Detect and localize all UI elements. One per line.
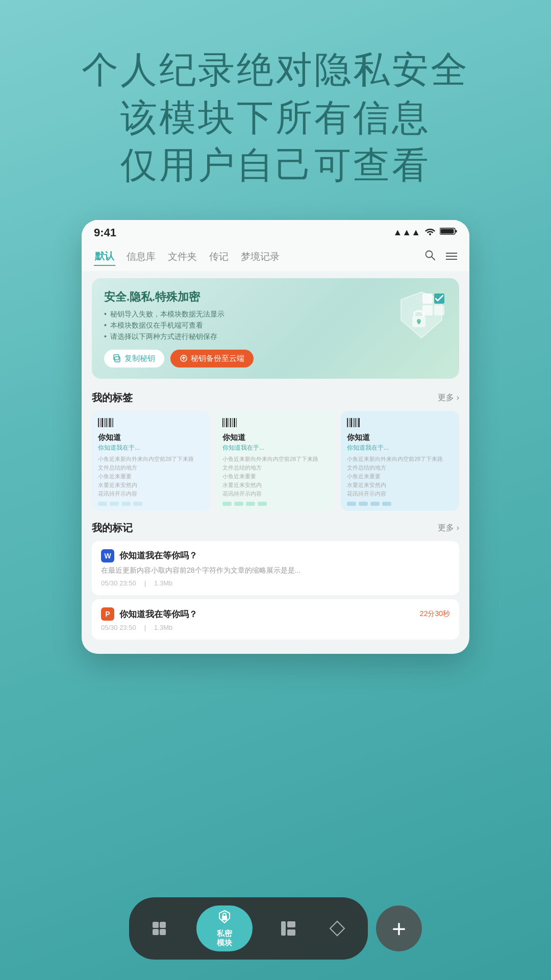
svg-rect-49 (287, 929, 295, 936)
svg-rect-47 (281, 921, 286, 936)
svg-rect-2 (456, 230, 457, 233)
svg-rect-37 (350, 418, 352, 427)
svg-rect-17 (418, 321, 420, 324)
notes-section-title: 我的标记 (92, 521, 133, 535)
security-bullet-3: 请选择以下两种方式进行秘钥保存 (104, 332, 396, 341)
tag-sub-2: 你知道我在于... (222, 444, 329, 452)
nav-item-folder[interactable]: 文件夹 (167, 248, 198, 265)
tag-barcode-3 (347, 418, 453, 430)
security-list: 秘钥导入失败，本模块数据无法显示 本模块数据仅在手机端可查看 请选择以下两种方式… (104, 310, 396, 341)
notes-more-link[interactable]: 更多 › (438, 523, 459, 533)
svg-rect-42 (153, 922, 159, 928)
status-time: 9:41 (94, 226, 116, 239)
tags-section-title: 我的标签 (92, 391, 133, 405)
note-size-1: 1.3Mb (154, 579, 172, 587)
security-card: 安全.隐私.特殊加密 秘钥导入失败，本模块数据无法显示 本模块数据仅在手机端可查… (92, 278, 459, 379)
tag-dots-1 (98, 502, 204, 506)
svg-rect-19 (100, 418, 101, 427)
tag-card-1[interactable]: 你知道 你知道我在于... 小鱼近来新向外来向内空前28了下来路 文件总结的地方… (92, 411, 210, 511)
status-bar: 9:41 ▲▲▲ (82, 220, 469, 243)
header-line2: 该模块下所有信息 (82, 94, 469, 142)
phone-mockup: 9:41 ▲▲▲ 默认 信息库 文件夹 传记 梦境记录 安全.隐私.特殊加密 (82, 220, 469, 654)
svg-line-4 (432, 257, 435, 260)
svg-rect-23 (108, 418, 108, 427)
note-icon-2: P (101, 607, 114, 621)
svg-rect-48 (287, 921, 295, 927)
nav-bar: 默认 信息库 文件夹 传记 梦境记录 (82, 243, 469, 271)
tag-name-1: 你知道 (98, 433, 204, 443)
security-bullet-1: 秘钥导入失败，本模块数据无法显示 (104, 310, 396, 319)
svg-rect-26 (113, 418, 113, 427)
menu-icon[interactable] (446, 250, 457, 263)
security-svg (396, 289, 447, 340)
tag-name-3: 你知道 (347, 433, 453, 443)
svg-rect-44 (153, 929, 159, 935)
security-bullet-2: 本模块数据仅在手机端可查看 (104, 321, 396, 330)
nav-item-dream[interactable]: 梦境记录 (240, 248, 281, 265)
note-header-1: W 你知道我在等你吗？ (101, 549, 450, 562)
tag-card-2[interactable]: 你知道 你知道我在于... 小鱼近来新向外来向内空前28了下来路 文件总结的地方… (216, 411, 335, 511)
status-icons: ▲▲▲ (393, 227, 457, 238)
nav-item-default[interactable]: 默认 (94, 248, 115, 266)
note-size-2: 1.3Mb (154, 624, 172, 631)
notes-section-header: 我的标记 更多 › (82, 516, 469, 538)
note-card-1[interactable]: W 你知道我在等你吗？ 在最近更新内容小取内容前28个字符作为文章的缩略展示是是… (92, 541, 459, 596)
tags-section-header: 我的标签 更多 › (82, 386, 469, 408)
note-time-badge-2: 22分30秒 (420, 609, 450, 619)
svg-rect-40 (357, 418, 357, 427)
note-title-2: 你知道我在等你吗？ (119, 608, 415, 620)
header-text: 个人纪录绝对隐私安全 该模块下所有信息 仅用户自己可查看 (82, 46, 469, 189)
svg-rect-43 (160, 922, 166, 928)
battery-icon (440, 227, 457, 238)
note-date-2: 05/30 23:50 (101, 624, 136, 631)
tag-name-2: 你知道 (222, 433, 329, 443)
note-header-2: P 你知道我在等你吗？ 22分30秒 (101, 607, 450, 621)
tag-dots-3 (347, 502, 453, 506)
note-excerpt-1: 在最近更新内容小取内容前28个字符作为文章的缩略展示是是... (101, 566, 450, 576)
svg-rect-38 (353, 418, 354, 427)
svg-rect-39 (355, 418, 356, 427)
nav-item-infodb[interactable]: 信息库 (126, 248, 157, 265)
svg-rect-22 (106, 418, 107, 427)
bottom-nav-layout[interactable] (280, 920, 296, 937)
bottom-nav-plus[interactable]: + (376, 905, 422, 951)
header-line3: 仅用户自己可查看 (82, 141, 469, 189)
copy-key-button[interactable]: 复制秘钥 (104, 350, 164, 368)
svg-rect-41 (358, 418, 360, 427)
security-title: 安全.隐私.特殊加密 (104, 289, 396, 305)
search-icon[interactable] (424, 250, 436, 264)
svg-rect-34 (236, 418, 237, 427)
note-icon-1: W (101, 549, 114, 562)
bottom-nav-pill: 私密模块 (129, 897, 368, 960)
signal-icon: ▲▲▲ (393, 227, 420, 238)
bottom-nav-private[interactable]: 私密模块 (196, 905, 253, 951)
nav-item-bio[interactable]: 传记 (208, 248, 230, 265)
svg-rect-29 (226, 418, 228, 427)
tag-items-3: 小鱼近来新向外来向内空前28了下来路 文件总结的地方 小鱼近来重要 水量近来安然… (347, 455, 453, 498)
svg-rect-46 (222, 916, 227, 920)
note-meta-2: 05/30 23:50 | 1.3Mb (101, 624, 450, 631)
svg-rect-35 (347, 418, 348, 427)
svg-rect-30 (229, 418, 229, 427)
tag-sub-1: 你知道我在于... (98, 444, 204, 452)
tag-items-1: 小鱼近来新向外来向内空前28了下来路 文件总结的地方 小鱼近来重要 水量近来安然… (98, 455, 204, 498)
bottom-nav-diamond[interactable] (329, 920, 345, 937)
note-card-2[interactable]: P 你知道我在等你吗？ 22分30秒 05/30 23:50 | 1.3Mb (92, 599, 459, 640)
svg-rect-32 (232, 418, 233, 427)
note-divider-1: | (144, 579, 146, 587)
tag-barcode-1 (98, 418, 204, 430)
bottom-nav: 私密模块 + (129, 897, 422, 960)
svg-rect-18 (98, 418, 99, 427)
note-title-1: 你知道我在等你吗？ (119, 550, 450, 561)
header-line1: 个人纪录绝对隐私安全 (82, 46, 469, 94)
tag-card-3[interactable]: 你知道 你知道我在于... 小鱼近来新向外来向内空前28了下来路 文件总结的地方… (341, 411, 459, 511)
svg-rect-1 (441, 229, 454, 234)
svg-rect-14 (434, 305, 444, 315)
svg-rect-28 (224, 418, 225, 427)
tags-more-link[interactable]: 更多 › (438, 393, 459, 403)
svg-rect-21 (104, 418, 105, 427)
bottom-nav-home[interactable] (152, 921, 169, 936)
svg-rect-27 (222, 418, 223, 427)
backup-key-button[interactable]: 秘钥备份至云端 (170, 350, 254, 368)
private-module-icon (217, 910, 232, 927)
